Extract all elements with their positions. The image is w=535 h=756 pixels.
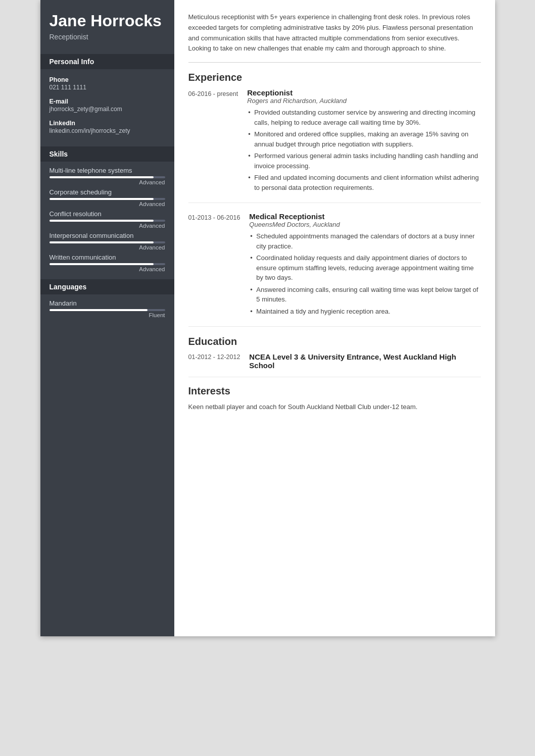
skill-level-2: Advanced — [40, 223, 174, 229]
phone-value: 021 111 1111 — [50, 84, 165, 91]
experience-list: 06-2016 - presentReceptionistRogers and … — [188, 88, 481, 327]
linkedin-label: LinkedIn — [50, 120, 165, 127]
personal-info-heading: Personal Info — [40, 54, 174, 69]
skill-bar-1 — [40, 196, 174, 201]
exp-job-title-0: Receptionist — [247, 88, 480, 97]
exp-bullet-1-1: Coordinated holiday requests and daily a… — [249, 253, 480, 283]
skill-bar-0 — [40, 174, 174, 179]
skill-bar-3 — [40, 239, 174, 244]
experience-block-1: 01-2013 - 06-2016Medical ReceptionistQue… — [188, 212, 481, 327]
edu-content-0: NCEA Level 3 & University Entrance, West… — [249, 352, 480, 370]
skill-name-2: Conflict resolution — [40, 210, 174, 218]
linkedin-value: linkedin.com/in/jhorrocks_zety — [50, 127, 165, 134]
exp-bullets-0: Provided outstanding customer service by… — [247, 108, 480, 192]
edu-date-0: 01-2012 - 12-2012 — [188, 352, 240, 370]
edu-degree-0: NCEA Level 3 & University Entrance, West… — [249, 352, 480, 370]
skill-level-3: Advanced — [40, 244, 174, 250]
email-label: E-mail — [50, 98, 165, 105]
exp-bullet-0-0: Provided outstanding customer service by… — [247, 108, 480, 127]
exp-bullet-1-0: Scheduled appointments managed the calen… — [249, 231, 480, 251]
skill-bar-4 — [40, 261, 174, 266]
email-value: jhorrocks_zety@gmail.com — [50, 106, 165, 113]
exp-bullet-0-1: Monitored and ordered office supplies, m… — [247, 129, 480, 149]
exp-bullet-1-2: Answered incoming calls, ensuring call w… — [249, 285, 480, 305]
skills-heading: Skills — [40, 146, 174, 162]
main-content: Meticulous receptionist with 5+ years ex… — [174, 0, 495, 636]
education-list: 01-2012 - 12-2012NCEA Level 3 & Universi… — [188, 352, 481, 377]
skill-bar-2 — [40, 218, 174, 223]
skill-name-4: Written communication — [40, 254, 174, 261]
lang-name-0: Mandarin — [40, 299, 174, 307]
exp-company-1: QueensMed Doctors, Auckland — [249, 221, 480, 228]
exp-job-title-1: Medical Receptionist — [249, 212, 480, 221]
resume-container: Jane Horrocks Receptionist Personal Info… — [40, 0, 495, 636]
candidate-title: Receptionist — [50, 33, 165, 41]
interests-text: Keen netball player and coach for South … — [188, 402, 481, 412]
skill-level-4: Advanced — [40, 266, 174, 272]
exp-content-1: Medical ReceptionistQueensMed Doctors, A… — [249, 212, 480, 318]
skill-level-1: Advanced — [40, 201, 174, 207]
experience-block-0: 06-2016 - presentReceptionistRogers and … — [188, 88, 481, 203]
exp-bullets-1: Scheduled appointments managed the calen… — [249, 231, 480, 316]
languages-heading: Languages — [40, 279, 174, 294]
skills-section: Skills Multi-line telephone systemsAdvan… — [40, 146, 174, 272]
summary-text: Meticulous receptionist with 5+ years ex… — [188, 12, 481, 63]
exp-content-0: ReceptionistRogers and Richardson, Auckl… — [247, 88, 480, 194]
candidate-name: Jane Horrocks — [50, 12, 165, 30]
skills-list: Multi-line telephone systemsAdvancedCorp… — [40, 167, 174, 272]
exp-bullet-1-3: Maintained a tidy and hygienic reception… — [249, 307, 480, 317]
lang-level-0: Fluent — [40, 312, 174, 318]
skill-name-1: Corporate scheduling — [40, 188, 174, 196]
exp-company-0: Rogers and Richardson, Auckland — [247, 97, 480, 105]
interests-heading: Interests — [188, 385, 481, 397]
languages-list: MandarinFluent — [40, 299, 174, 318]
education-block-0: 01-2012 - 12-2012NCEA Level 3 & Universi… — [188, 352, 481, 377]
exp-bullet-0-2: Performed various general admin tasks in… — [247, 151, 480, 171]
phone-item: Phone 021 111 1111 — [40, 74, 174, 96]
experience-heading: Experience — [188, 72, 481, 83]
education-heading: Education — [188, 336, 481, 347]
skill-level-0: Advanced — [40, 179, 174, 185]
personal-info-section: Personal Info Phone 021 111 1111 E-mail … — [40, 54, 174, 139]
linkedin-item: LinkedIn linkedin.com/in/jhorrocks_zety — [40, 118, 174, 139]
exp-date-1: 01-2013 - 06-2016 — [188, 212, 240, 318]
exp-date-0: 06-2016 - present — [188, 88, 238, 194]
email-item: E-mail jhorrocks_zety@gmail.com — [40, 96, 174, 118]
lang-bar-0 — [40, 307, 174, 312]
phone-label: Phone — [50, 76, 165, 83]
sidebar-header: Jane Horrocks Receptionist — [40, 0, 174, 47]
sidebar: Jane Horrocks Receptionist Personal Info… — [40, 0, 174, 636]
skill-name-0: Multi-line telephone systems — [40, 167, 174, 174]
languages-section: Languages MandarinFluent — [40, 279, 174, 318]
exp-bullet-0-3: Filed and updated incoming documents and… — [247, 173, 480, 192]
skill-name-3: Interpersonal communication — [40, 232, 174, 239]
